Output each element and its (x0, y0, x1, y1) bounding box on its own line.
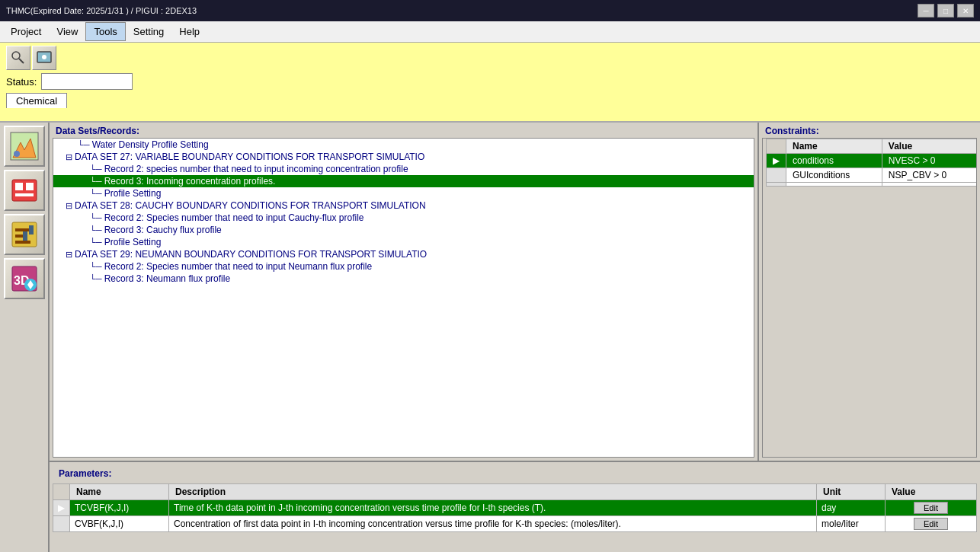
title-text: THMC(Expired Date: 2025/1/31 ) / PIGUI :… (6, 6, 197, 15)
menu-project[interactable]: Project (3, 23, 49, 40)
tree-item[interactable]: ⊟ DATA SET 27: VARIABLE BOUNDARY CONDITI… (53, 151, 754, 163)
constraints-col-name: Name (786, 139, 882, 154)
body: 3D Data Sets/Records: └─ Water Density P… (0, 123, 980, 552)
table-row[interactable] (767, 183, 978, 187)
svg-point-0 (12, 52, 20, 59)
tab-row: Chemical (6, 93, 974, 108)
row-arrow (767, 183, 786, 187)
tree-item[interactable]: └─ Profile Setting (53, 236, 754, 248)
left-btn-3d[interactable]: 3D (4, 258, 45, 299)
left-btn-settings[interactable] (4, 214, 45, 255)
constraint-name: GUIconditions (786, 168, 882, 183)
tree-item[interactable]: └─ Record 3: Neumann flux profile (53, 273, 754, 285)
table-row[interactable]: GUIconditionsNSP_CBV > 0 (767, 168, 978, 183)
param-col-name: Name (70, 484, 169, 500)
toolbar-btn-2[interactable] (32, 46, 56, 70)
table-row[interactable]: ▶TCVBF(K,J,I)Time of K-th data point in … (53, 500, 977, 516)
tree-container[interactable]: └─ Water Density Profile Setting⊟ DATA S… (53, 138, 754, 458)
maximize-button[interactable]: □ (937, 4, 954, 18)
param-col-value: Value (886, 484, 977, 500)
tree-item[interactable]: └─ Profile Setting (53, 187, 754, 199)
minimize-button[interactable]: ─ (918, 4, 934, 18)
menu-bar: Project View Tools Setting Help (0, 21, 980, 43)
constraint-name: conditions (786, 154, 882, 168)
tree-item[interactable]: └─ Record 2: Species number that need to… (53, 260, 754, 273)
tab-chemical[interactable]: Chemical (6, 93, 67, 108)
tree-item[interactable]: └─ Record 3: Cauchy flux profile (53, 224, 754, 236)
title-bar: THMC(Expired Date: 2025/1/31 ) / PIGUI :… (0, 0, 980, 21)
tree-item[interactable]: ⊟ DATA SET 28: CAUCHY BOUNDARY CONDITION… (53, 199, 754, 212)
left-panel: 3D (0, 123, 50, 552)
edit-button[interactable]: Edit (914, 518, 948, 530)
svg-rect-9 (26, 183, 34, 190)
tree-item[interactable]: └─ Record 2: Species number that need to… (53, 212, 754, 224)
param-col-desc: Description (169, 484, 817, 500)
svg-point-6 (14, 151, 20, 157)
param-unit: day (817, 500, 886, 516)
parameters-label: Parameters: (53, 465, 977, 480)
edit-button[interactable]: Edit (914, 502, 948, 514)
svg-point-3 (42, 55, 46, 59)
param-unit: mole/liter (817, 516, 886, 532)
status-label: Status: (6, 76, 37, 88)
constraints-col-value: Value (882, 139, 977, 154)
menu-view[interactable]: View (49, 23, 85, 40)
svg-line-1 (19, 59, 24, 63)
param-value-cell: Edit (886, 500, 977, 516)
param-name: TCVBF(K,J,I) (70, 500, 169, 516)
tree-item[interactable]: └─ Record 2: species number that need to… (53, 163, 754, 175)
svg-rect-14 (15, 241, 30, 244)
left-btn-data[interactable] (4, 170, 45, 211)
param-description: Time of K-th data point in J-th incoming… (169, 500, 817, 516)
tree-item[interactable]: └─ Water Density Profile Setting (53, 139, 754, 151)
left-btn-map[interactable] (4, 126, 45, 167)
constraints-label: Constraints: (759, 123, 980, 138)
svg-rect-8 (15, 183, 23, 190)
constraint-name (786, 183, 882, 187)
param-name: CVBF(K,J,I) (70, 516, 169, 532)
row-arrow (53, 516, 70, 532)
param-description: Concentration of first data point in I-t… (169, 516, 817, 532)
toolbar-btn-1[interactable] (6, 46, 30, 70)
constraint-value (882, 183, 977, 187)
close-button[interactable]: ✕ (957, 4, 974, 18)
tree-item[interactable]: ⊟ DATA SET 29: NEUMANN BOUNDARY CONDITIO… (53, 248, 754, 260)
param-value-cell: Edit (886, 516, 977, 532)
menu-help[interactable]: Help (171, 23, 207, 40)
svg-rect-16 (23, 231, 27, 241)
window-controls: ─ □ ✕ (918, 4, 974, 18)
toolbar: Status: Chemical (0, 43, 980, 123)
toolbar-icons (6, 46, 974, 70)
table-row[interactable]: CVBF(K,J,I)Concentration of first data p… (53, 516, 977, 532)
row-arrow: ▶ (53, 500, 70, 516)
constraints-table: Name Value ▶conditionsNVESC > 0GUIcondit… (766, 139, 977, 187)
constraint-value: NSP_CBV > 0 (882, 168, 977, 183)
svg-rect-15 (29, 225, 34, 235)
menu-tools[interactable]: Tools (85, 22, 125, 41)
status-input[interactable] (41, 73, 133, 90)
table-row[interactable]: ▶conditionsNVESC > 0 (767, 154, 978, 168)
constraints-wrapper: Name Value ▶conditionsNVESC > 0GUIcondit… (762, 138, 977, 458)
row-arrow (767, 168, 786, 183)
main-content: Data Sets/Records: └─ Water Density Prof… (50, 123, 980, 552)
upper-area: Data Sets/Records: └─ Water Density Prof… (50, 123, 980, 461)
parameters-table: Name Description Unit Value ▶TCVBF(K,J,I… (53, 483, 977, 532)
tree-item[interactable]: └─ Record 3: Incoming concentration prof… (53, 175, 754, 187)
datasets-label: Data Sets/Records: (50, 123, 757, 138)
datasets-section: Data Sets/Records: └─ Water Density Prof… (50, 123, 759, 461)
constraint-value: NVESC > 0 (882, 154, 977, 168)
status-row: Status: (6, 73, 974, 90)
parameters-section: Parameters: Name Description Unit Value … (50, 461, 980, 552)
param-col-unit: Unit (817, 484, 886, 500)
menu-setting[interactable]: Setting (126, 23, 171, 40)
constraints-section: Constraints: Name Value ▶conditionsNVESC… (759, 123, 980, 461)
svg-rect-10 (15, 193, 34, 196)
row-arrow: ▶ (767, 154, 786, 168)
